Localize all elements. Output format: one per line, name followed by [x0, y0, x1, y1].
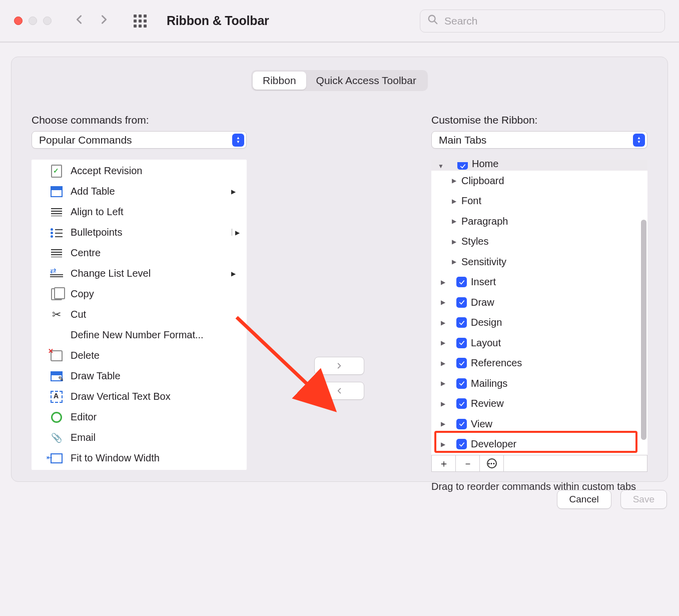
tab-options-button[interactable]: ••• — [480, 455, 504, 471]
command-label: Centre — [71, 247, 101, 259]
checkbox-checked-icon[interactable] — [456, 398, 467, 409]
save-button[interactable]: Save — [620, 490, 667, 509]
close-window-button[interactable] — [14, 17, 23, 25]
tree-node-insert[interactable]: Insert — [431, 272, 647, 293]
disclosure-right-icon[interactable] — [439, 299, 446, 306]
disclosure-right-icon[interactable] — [439, 441, 446, 448]
cancel-button[interactable]: Cancel — [557, 490, 611, 509]
tree-node-mailings[interactable]: Mailings — [431, 373, 647, 394]
tree-node-view[interactable]: View — [431, 414, 647, 434]
command-copy[interactable]: Copy — [32, 284, 247, 304]
window-title: Ribbon & Toolbar — [167, 14, 269, 28]
command-draw-vertical-text-box[interactable]: Draw Vertical Text Box — [32, 386, 247, 407]
choose-commands-dropdown[interactable]: Popular Commands — [32, 131, 247, 149]
search-field[interactable] — [420, 10, 665, 33]
tree-node-references[interactable]: References — [431, 353, 647, 374]
back-button[interactable] — [74, 13, 85, 29]
disclosure-right-icon[interactable] — [450, 218, 457, 225]
customise-ribbon-column: Customise the Ribbon: Main Tabs Home Cli… — [431, 114, 647, 492]
search-input[interactable] — [443, 15, 657, 28]
tree-node-draw[interactable]: Draw — [431, 292, 647, 313]
checkbox-checked-icon[interactable] — [456, 317, 467, 328]
disclosure-right-icon[interactable] — [450, 177, 457, 184]
disclosure-right-icon[interactable] — [450, 198, 457, 205]
tree-node-label: Clipboard — [461, 175, 504, 187]
customise-ribbon-dropdown[interactable]: Main Tabs — [431, 131, 647, 149]
ribbon-tabs-tree[interactable]: Home Clipboard Font Paragraph Styles Sen… — [431, 160, 647, 455]
checkbox-checked-icon[interactable] — [456, 358, 467, 368]
command-label: Define New Number Format... — [71, 329, 204, 341]
command-editor[interactable]: Editor — [32, 407, 247, 427]
fit-width-icon — [50, 451, 64, 465]
checkbox-checked-icon[interactable] — [457, 162, 468, 170]
align-left-icon — [50, 205, 64, 219]
disclosure-right-icon[interactable] — [439, 279, 446, 286]
add-to-ribbon-button[interactable] — [314, 357, 364, 375]
command-change-list-level[interactable]: Change List Level ▶ — [32, 263, 247, 284]
command-label: Email — [71, 432, 96, 443]
tree-node-review[interactable]: Review — [431, 394, 647, 414]
add-tab-button[interactable]: ＋ — [432, 455, 456, 471]
remove-tab-button[interactable]: － — [456, 455, 480, 471]
tree-node-font[interactable]: Font — [431, 191, 647, 212]
tree-node-label: Review — [471, 398, 504, 409]
checkbox-checked-icon[interactable] — [456, 419, 467, 429]
disclosure-right-icon[interactable] — [450, 258, 457, 265]
disclosure-right-icon[interactable] — [439, 420, 446, 427]
ellipsis-circle-icon: ••• — [487, 458, 497, 468]
minimize-window-button[interactable] — [29, 17, 37, 25]
tree-node-clipboard[interactable]: Clipboard — [431, 171, 647, 191]
tree-node-label: Design — [471, 317, 502, 328]
commands-listbox[interactable]: Accept Revision Add Table ▶ Align to Lef… — [32, 160, 247, 470]
checkbox-checked-icon[interactable] — [456, 439, 467, 449]
command-add-table[interactable]: Add Table ▶ — [32, 181, 247, 202]
command-draw-table[interactable]: Draw Table — [32, 366, 247, 386]
command-accept-revision[interactable]: Accept Revision — [32, 161, 247, 181]
disclosure-right-icon[interactable] — [439, 319, 446, 326]
tree-node-sensitivity[interactable]: Sensitivity — [431, 252, 647, 272]
split-submenu-indicator-icon: ▶ — [232, 229, 240, 236]
tree-node-paragraph[interactable]: Paragraph — [431, 211, 647, 232]
editor-icon — [50, 410, 64, 424]
command-bulletpoints[interactable]: Bulletpoints ▶ — [32, 222, 247, 243]
command-cut[interactable]: Cut — [32, 304, 247, 325]
tree-node-developer[interactable]: Developer — [431, 434, 647, 455]
command-define-number-format[interactable]: Define New Number Format... — [32, 325, 247, 345]
minus-icon: － — [463, 457, 473, 470]
submenu-indicator-icon: ▶ — [231, 270, 236, 277]
command-centre[interactable]: Centre — [32, 243, 247, 263]
search-icon — [427, 14, 438, 28]
disclosure-right-icon[interactable] — [439, 400, 446, 407]
disclosure-right-icon[interactable] — [439, 339, 446, 346]
tab-ribbon[interactable]: Ribbon — [253, 72, 306, 90]
tree-node-home[interactable]: Home — [431, 160, 647, 171]
checkbox-checked-icon[interactable] — [456, 277, 467, 287]
command-label: Draw Vertical Text Box — [71, 391, 171, 402]
checkbox-checked-icon[interactable] — [456, 338, 467, 348]
tree-node-design[interactable]: Design — [431, 313, 647, 333]
apps-grid-icon[interactable] — [134, 15, 147, 28]
disclosure-right-icon[interactable] — [439, 360, 446, 367]
command-fit-to-window-width[interactable]: Fit to Window Width — [32, 448, 247, 468]
command-email[interactable]: Email — [32, 427, 247, 448]
tree-node-layout[interactable]: Layout — [431, 333, 647, 353]
command-label: Copy — [71, 288, 94, 300]
tab-quick-access-toolbar[interactable]: Quick Access Toolbar — [306, 72, 426, 90]
zoom-window-button[interactable] — [43, 17, 52, 25]
tree-node-styles[interactable]: Styles — [431, 232, 647, 252]
blank-icon — [50, 328, 64, 342]
checkbox-checked-icon[interactable] — [456, 297, 467, 308]
checkbox-checked-icon[interactable] — [456, 378, 467, 389]
scrollbar-thumb[interactable] — [641, 220, 646, 440]
command-align-left[interactable]: Align to Left — [32, 202, 247, 222]
forward-button[interactable] — [99, 13, 110, 29]
disclosure-right-icon[interactable] — [450, 238, 457, 245]
command-delete[interactable]: Delete — [32, 345, 247, 366]
disclosure-down-icon[interactable] — [437, 163, 444, 170]
command-label: Align to Left — [71, 206, 124, 218]
remove-from-ribbon-button[interactable] — [314, 382, 364, 400]
disclosure-right-icon[interactable] — [439, 380, 446, 387]
window-titlebar: Ribbon & Toolbar — [0, 0, 679, 43]
align-centre-icon — [50, 246, 64, 260]
customise-ribbon-value: Main Tabs — [439, 134, 633, 146]
